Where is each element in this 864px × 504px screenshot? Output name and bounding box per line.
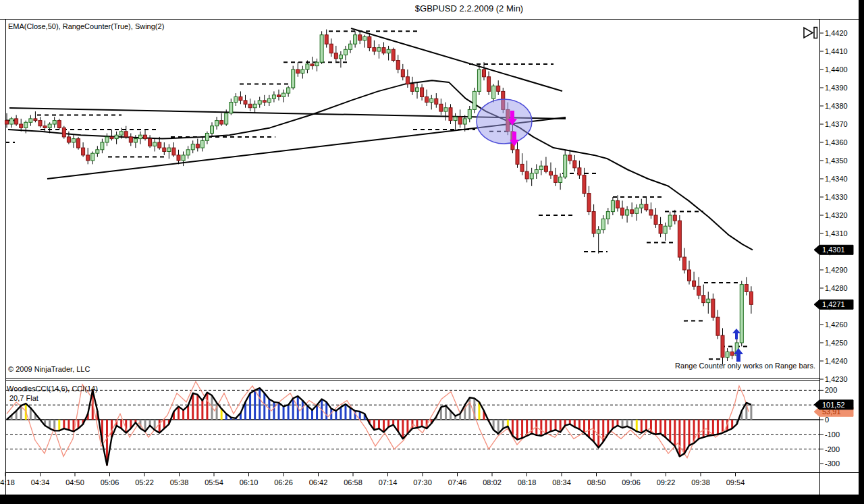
chart-canvas[interactable]: 1,44201,44101,44001,43901,43801,43701,43… bbox=[0, 0, 864, 504]
candle-body bbox=[5, 121, 9, 124]
cci-axis-label: 0 bbox=[825, 416, 829, 424]
price-axis-label: 1,4400 bbox=[825, 65, 848, 74]
candle-body bbox=[220, 121, 223, 124]
time-axis-label: 08:34 bbox=[552, 478, 571, 486]
candle-body bbox=[377, 48, 381, 51]
candle-body bbox=[454, 117, 457, 120]
candle-body bbox=[267, 99, 271, 102]
candle-body bbox=[649, 210, 653, 215]
candle-body bbox=[363, 36, 367, 40]
candle-body bbox=[578, 168, 581, 175]
candle-body bbox=[258, 101, 261, 104]
candle-body bbox=[57, 121, 61, 128]
price-axis-label: 1,4350 bbox=[825, 157, 848, 165]
candle-body bbox=[740, 285, 743, 343]
candle-body bbox=[416, 88, 419, 91]
candle-body bbox=[654, 215, 657, 225]
candle-body bbox=[211, 126, 214, 134]
time-axis-label: 06:26 bbox=[274, 478, 293, 486]
candle-body bbox=[497, 86, 500, 91]
candle-body bbox=[716, 317, 720, 335]
candle-body bbox=[573, 161, 576, 168]
candle-body bbox=[721, 335, 724, 357]
candle-body bbox=[630, 210, 634, 213]
price-axis-label: 1,4310 bbox=[825, 229, 848, 237]
candle-body bbox=[745, 285, 748, 292]
time-axis-label: 04:50 bbox=[65, 478, 84, 486]
candle-body bbox=[34, 119, 37, 121]
candle-body bbox=[492, 86, 495, 99]
time-axis-label: 08:02 bbox=[483, 478, 502, 486]
candle-body bbox=[205, 134, 209, 141]
candle-body bbox=[358, 35, 362, 40]
price-axis-label: 1,4250 bbox=[825, 339, 848, 347]
candle-body bbox=[287, 88, 290, 93]
candle-body bbox=[253, 104, 256, 107]
candle-body bbox=[339, 55, 342, 58]
candle-body bbox=[48, 124, 51, 128]
candle-body bbox=[616, 200, 619, 208]
candle-body bbox=[43, 126, 47, 128]
candle-body bbox=[597, 230, 600, 233]
candle-body bbox=[282, 93, 286, 96]
time-axis-label: 04:18 bbox=[0, 478, 15, 486]
candle-body bbox=[425, 97, 429, 103]
candle-body bbox=[444, 108, 448, 111]
candle-body bbox=[248, 104, 252, 107]
candle-body bbox=[749, 291, 753, 304]
price-axis-label: 1,4420 bbox=[825, 29, 848, 37]
candle-body bbox=[72, 139, 75, 142]
candle-body bbox=[354, 35, 357, 44]
candle-body bbox=[592, 212, 595, 233]
candle-body bbox=[200, 140, 204, 148]
skip-to-end-icon[interactable] bbox=[804, 28, 817, 38]
candle-body bbox=[82, 148, 85, 155]
price-axis-label: 1,4290 bbox=[825, 266, 848, 274]
candle-body bbox=[239, 97, 242, 101]
candle-body bbox=[458, 117, 462, 124]
candle-body bbox=[129, 137, 132, 142]
price-axis-label: 1,4410 bbox=[825, 47, 848, 55]
cci-value-marker-text: 101,52 bbox=[822, 401, 845, 409]
candle-body bbox=[640, 204, 643, 208]
candle-body bbox=[659, 225, 662, 234]
candle-body bbox=[473, 91, 476, 109]
candle-body bbox=[673, 215, 676, 221]
candle-body bbox=[396, 61, 400, 70]
candle-body bbox=[621, 208, 624, 215]
candle-body bbox=[730, 352, 734, 356]
candle-body bbox=[449, 108, 452, 121]
candle-body bbox=[707, 299, 710, 302]
candle-body bbox=[344, 49, 347, 55]
highlight-ellipse bbox=[477, 99, 532, 144]
candle-body bbox=[626, 210, 629, 215]
cci-axis-label: 200 bbox=[825, 386, 837, 394]
candle-body bbox=[191, 144, 194, 150]
candle-body bbox=[91, 153, 94, 161]
candle-body bbox=[38, 121, 42, 126]
price-axis-label: 1,4390 bbox=[825, 84, 848, 92]
candle-body bbox=[234, 97, 238, 103]
candle-body bbox=[664, 226, 667, 233]
price-axis-label: 1,4320 bbox=[825, 211, 848, 219]
candle-body bbox=[163, 148, 166, 151]
candle-body bbox=[230, 103, 233, 113]
cci-indicator-label: WoodiesCCI(14,6), CCI(14) bbox=[7, 385, 98, 393]
time-axis-label: 05:22 bbox=[135, 478, 154, 486]
chart-title: $GBPUSD 2.2.2009 (2 Min) bbox=[74, 3, 864, 13]
time-axis-label: 05:38 bbox=[170, 478, 189, 486]
time-axis-label: 05:06 bbox=[101, 478, 119, 486]
candle-body bbox=[406, 77, 409, 84]
candle-body bbox=[554, 175, 558, 183]
candle-body bbox=[382, 48, 385, 53]
time-axis-label: 08:18 bbox=[518, 478, 537, 486]
candle-body bbox=[711, 299, 715, 317]
candle-body bbox=[177, 155, 180, 161]
time-axis-label: 09:06 bbox=[622, 478, 641, 486]
last-price-marker-text: 1,4271 bbox=[822, 300, 845, 308]
candle-body bbox=[301, 69, 304, 73]
candle-body bbox=[105, 137, 109, 142]
candle-body bbox=[539, 166, 543, 169]
candle-body bbox=[329, 44, 333, 53]
trendline bbox=[351, 28, 562, 91]
